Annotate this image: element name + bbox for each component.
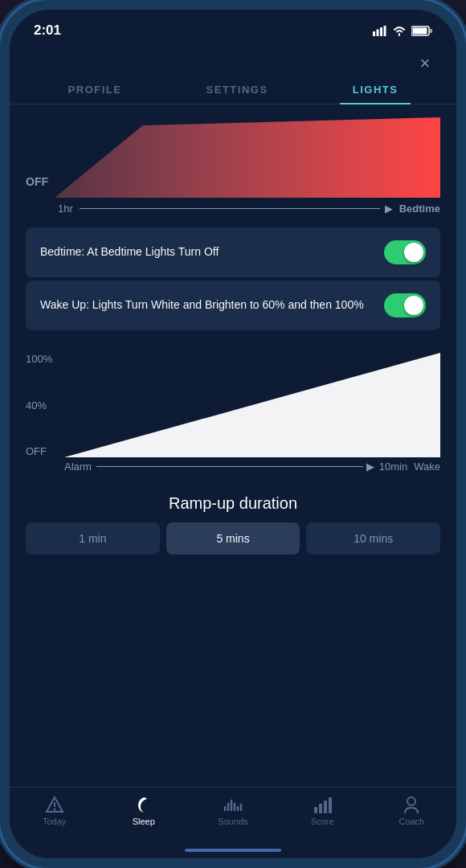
y-label-100: 100% xyxy=(26,353,52,365)
sounds-icon xyxy=(223,796,243,813)
wifi-icon xyxy=(392,25,407,36)
svg-rect-3 xyxy=(384,26,386,36)
off-label: OFF xyxy=(26,175,48,188)
wake-chart-section: 100% 40% OFF Alarm ▶ xyxy=(10,345,456,481)
x-label-wake: Wake xyxy=(414,461,440,473)
light-gradient-chart xyxy=(55,117,440,198)
toggle-wakeup-switch[interactable] xyxy=(384,293,426,317)
chart-x-arrow: ▶ xyxy=(96,461,374,473)
x-arrow-head: ▶ xyxy=(366,461,374,473)
arrow-head: ▶ xyxy=(385,203,393,215)
nav-coach-label: Coach xyxy=(399,817,424,826)
light-visualization: OFF xyxy=(10,104,456,198)
score-icon xyxy=(313,796,332,813)
today-icon xyxy=(45,796,64,813)
y-label-40: 40% xyxy=(26,399,52,411)
chart-x-labels: Alarm ▶ 10min Wake xyxy=(64,457,440,473)
start-time-label: 1hr xyxy=(58,203,73,215)
close-row: × xyxy=(10,45,456,76)
svg-marker-8 xyxy=(64,353,440,457)
tab-bar: PROFILE SETTINGS LIGHTS xyxy=(10,76,456,104)
svg-point-11 xyxy=(53,809,55,811)
bottom-nav: Today Sleep Sounds xyxy=(10,787,456,842)
nav-score[interactable]: Score xyxy=(298,796,346,826)
tab-lights[interactable]: LIGHTS xyxy=(340,76,411,104)
svg-rect-21 xyxy=(329,797,332,813)
nav-score-label: Score xyxy=(311,817,334,826)
nav-sleep-label: Sleep xyxy=(133,817,155,826)
pill-10mins[interactable]: 10 mins xyxy=(306,522,440,555)
pill-1min[interactable]: 1 min xyxy=(26,522,160,555)
nav-today-label: Today xyxy=(43,817,66,826)
nav-sounds-label: Sounds xyxy=(218,817,247,826)
duration-pills: 1 min 5 mins 10 mins xyxy=(10,522,456,571)
home-bar xyxy=(185,849,281,852)
tab-settings[interactable]: SETTINGS xyxy=(194,76,281,104)
bedtime-label: Bedtime xyxy=(399,203,440,215)
battery-icon xyxy=(411,26,432,36)
chart-area xyxy=(64,353,440,457)
y-label-off: OFF xyxy=(26,445,52,457)
svg-rect-5 xyxy=(413,27,427,34)
nav-sounds[interactable]: Sounds xyxy=(209,796,257,826)
time-labels-row: 1hr ▶ Bedtime xyxy=(10,198,456,215)
nav-coach[interactable]: Coach xyxy=(387,796,435,826)
sleep-icon xyxy=(135,796,153,813)
toggle-section: Bedtime: At Bedtime Lights Turn Off Wake… xyxy=(10,215,456,345)
time-arrow: ▶ xyxy=(80,203,393,215)
status-time: 2:01 xyxy=(34,23,61,39)
ramp-up-title: Ramp-up duration xyxy=(10,481,456,522)
chart-y-labels: 100% 40% OFF xyxy=(26,353,52,457)
x-label-alarm: Alarm xyxy=(64,461,92,473)
svg-rect-2 xyxy=(380,27,382,36)
status-icons xyxy=(373,25,432,36)
tab-profile[interactable]: PROFILE xyxy=(55,76,135,104)
main-content: × PROFILE SETTINGS LIGHTS OFF xyxy=(10,45,456,787)
close-button[interactable]: × xyxy=(413,51,437,76)
wake-chart-wrapper: 100% 40% OFF Alarm ▶ xyxy=(26,353,440,481)
coach-icon xyxy=(402,796,421,813)
svg-marker-7 xyxy=(55,117,440,198)
nav-sleep[interactable]: Sleep xyxy=(120,796,168,826)
toggle-bedtime-switch[interactable] xyxy=(384,240,426,264)
toggle-row-wakeup: Wake Up: Lights Turn White and Brighten … xyxy=(26,280,440,330)
home-indicator xyxy=(10,842,456,858)
phone-frame: 2:01 xyxy=(0,0,466,868)
pill-5mins[interactable]: 5 mins xyxy=(166,522,300,555)
toggle-row-bedtime: Bedtime: At Bedtime Lights Turn Off xyxy=(26,227,440,277)
phone-inner: 2:01 xyxy=(10,10,456,858)
svg-rect-0 xyxy=(373,31,375,36)
toggle-wakeup-text: Wake Up: Lights Turn White and Brighten … xyxy=(40,297,384,313)
svg-rect-18 xyxy=(314,807,317,813)
notch xyxy=(181,10,285,32)
nav-today[interactable]: Today xyxy=(31,796,79,826)
toggle-bedtime-text: Bedtime: At Bedtime Lights Turn Off xyxy=(40,244,384,260)
svg-point-22 xyxy=(407,797,415,805)
svg-rect-6 xyxy=(430,29,432,33)
svg-rect-1 xyxy=(377,29,379,36)
x-arrow-line xyxy=(96,466,363,467)
svg-rect-20 xyxy=(324,800,327,813)
signal-icon xyxy=(373,26,387,36)
arrow-line xyxy=(80,208,380,209)
x-label-10min: 10min xyxy=(379,461,407,473)
svg-rect-19 xyxy=(319,804,322,813)
